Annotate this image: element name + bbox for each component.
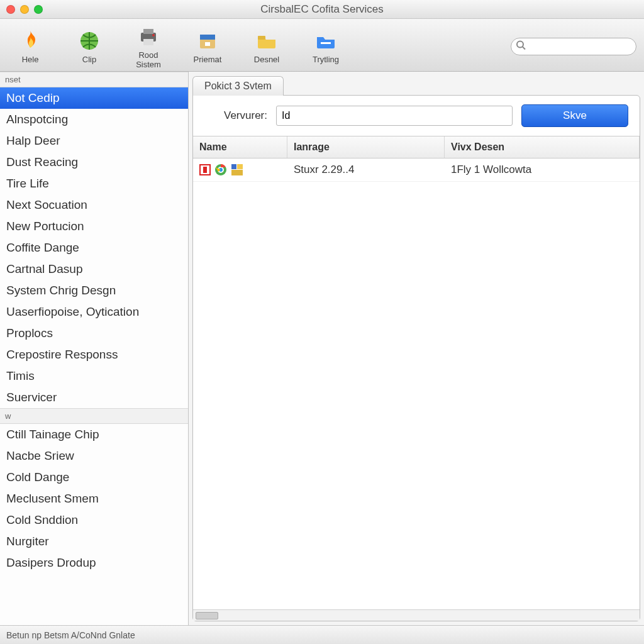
sidebar-item[interactable]: Halp Deer (0, 130, 188, 152)
sidebar-item[interactable]: Uaserfiopoise, Oytication (0, 301, 188, 323)
col-vd[interactable]: Vivx Desen (445, 136, 640, 158)
svg-rect-15 (231, 164, 236, 169)
horizontal-scrollbar[interactable] (193, 609, 640, 621)
badge-icon (231, 164, 243, 176)
minimize-icon[interactable] (20, 5, 29, 14)
body: nset Not CedipAlnspotcingHalp DeerDust R… (0, 72, 644, 625)
tabbar: Pokict 3 Svtem (192, 75, 640, 95)
form-row: Vervurer: Skve (193, 96, 640, 136)
toolbar-desnel[interactable]: Desnel (244, 28, 289, 64)
fire-icon (18, 28, 43, 53)
svg-rect-8 (258, 36, 265, 40)
sidebar-item[interactable]: Cartnal Dasup (0, 258, 188, 280)
sidebar-item[interactable]: Proplocs (0, 323, 188, 344)
toolbar: Hele Clip Rood Sistem Priemat Desnel Try… (0, 19, 644, 72)
sidebar-item[interactable]: Timis (0, 365, 188, 387)
scroll-thumb[interactable] (196, 612, 218, 619)
sidebar-item[interactable]: Cold Snddion (0, 509, 188, 531)
archive-icon (195, 28, 220, 53)
col-name[interactable]: Name (193, 136, 287, 158)
search-box (511, 38, 636, 55)
svg-rect-6 (200, 35, 215, 40)
sidebar-item[interactable]: New Portucion (0, 216, 188, 237)
svg-rect-3 (143, 39, 153, 45)
sidebar-group2-header: w (0, 408, 188, 424)
sidebar-item[interactable]: Coffite Dange (0, 237, 188, 258)
titlebar: CirsbalEC Cofita Services (0, 0, 644, 19)
folder-yellow-icon (254, 28, 279, 53)
sidebar-item[interactable]: Not Cedip (0, 87, 188, 109)
row-vd-cell: 1Fly 1 Wollcowta (451, 164, 633, 176)
tab-podict[interactable]: Pokict 3 Svtem (192, 76, 284, 96)
toolbar-clip[interactable]: Clip (67, 28, 112, 64)
sidebar-group1-header: nset (0, 72, 188, 87)
toolbar-label: Priemat (194, 55, 222, 64)
sidebar-item[interactable]: Meclusent Smem (0, 488, 188, 509)
toolbar-rood[interactable]: Rood Sistem (126, 24, 171, 69)
sidebar-item[interactable]: Dasipers Drodup (0, 552, 188, 574)
zoom-icon[interactable] (34, 5, 43, 14)
chrome-icon (214, 164, 227, 176)
svg-rect-7 (205, 42, 210, 46)
sidebar: nset Not CedipAlnspotcingHalp DeerDust R… (0, 72, 189, 625)
window-controls (6, 5, 43, 14)
toolbar-tryt[interactable]: Trytling (303, 28, 348, 64)
folder-blue-icon (313, 28, 338, 53)
table-header: Name Ianrage Vivx Desen (193, 136, 640, 158)
window-title: CirsbalEC Cofita Services (0, 3, 644, 16)
col-ianrage[interactable]: Ianrage (287, 136, 445, 158)
status-bar: Betun np Betsm A/CoNnd Gnlate (0, 625, 644, 644)
toolbar-label: Rood Sistem (126, 50, 171, 69)
sidebar-item[interactable]: Alnspotcing (0, 109, 188, 130)
toolbar-label: Trytling (313, 55, 339, 64)
svg-line-11 (523, 47, 525, 49)
sidebar-item[interactable]: Dust Reacing (0, 152, 188, 173)
main: Pokict 3 Svtem Vervurer: Skve Name Ianra… (189, 72, 644, 625)
sidebar-item[interactable]: Next Socuation (0, 194, 188, 216)
svg-point-4 (152, 34, 155, 36)
status-text: Betun np Betsm A/CoNnd Gnlate (6, 630, 135, 640)
sidebar-item[interactable]: Tire Life (0, 173, 188, 194)
svg-rect-17 (231, 170, 243, 175)
vervurer-input[interactable] (276, 106, 513, 126)
svg-rect-9 (321, 42, 331, 44)
sidebar-item[interactable]: Nurgiter (0, 531, 188, 552)
toolbar-label: Hele (22, 55, 39, 64)
panel: Vervurer: Skve Name Ianrage Vivx Desen S… (192, 95, 640, 621)
flag-icon (199, 164, 211, 175)
search-input[interactable] (511, 38, 636, 55)
toolbar-hele[interactable]: Hele (8, 28, 53, 64)
sidebar-item[interactable]: Nacbe Sriew (0, 445, 188, 467)
toolbar-priem[interactable]: Priemat (185, 28, 230, 64)
close-icon[interactable] (6, 5, 15, 14)
globe-icon (77, 28, 102, 53)
row-name-cell (199, 164, 294, 176)
search-icon (516, 40, 526, 53)
toolbar-label: Clip (82, 55, 96, 64)
vervurer-label: Vervurer: (204, 109, 267, 122)
sidebar-item[interactable]: Suervicer (0, 387, 188, 408)
table-body: Stuxr 2.29..41Fly 1 Wollcowta (193, 158, 640, 609)
sidebar-item[interactable]: System Chrig Desgn (0, 280, 188, 301)
sidebar-item[interactable]: Ctill Tainage Chip (0, 424, 188, 445)
toolbar-label: Desnel (254, 55, 279, 64)
svg-rect-2 (143, 29, 153, 34)
sidebar-group2-list: Ctill Tainage ChipNacbe SriewCold DangeM… (0, 424, 188, 574)
row-ianrage-cell: Stuxr 2.29..4 (294, 164, 451, 176)
sidebar-item[interactable]: Crepostire Responss (0, 344, 188, 365)
sidebar-group1-list: Not CedipAlnspotcingHalp DeerDust Reacin… (0, 87, 188, 408)
svg-rect-16 (237, 164, 243, 169)
table-row[interactable]: Stuxr 2.29..41Fly 1 Wollcowta (193, 158, 640, 182)
sidebar-item[interactable]: Cold Dange (0, 467, 188, 488)
printer-icon (136, 24, 161, 49)
svg-point-10 (517, 41, 523, 47)
save-button[interactable]: Skve (521, 104, 628, 127)
